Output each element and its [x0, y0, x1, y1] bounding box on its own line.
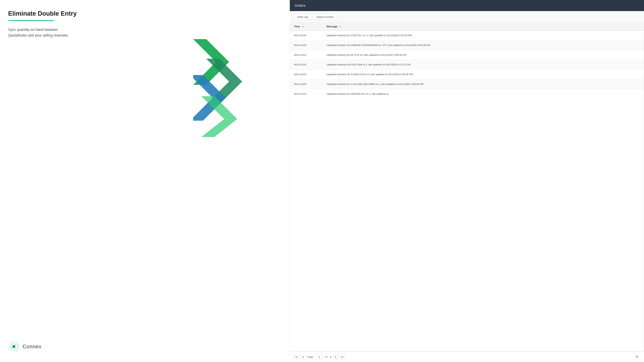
right-panel: Orders Clear Log Export to Excel Time ▼: [290, 0, 644, 362]
time-filter-icon[interactable]: ▼: [302, 25, 304, 28]
svg-point-6: [16, 350, 17, 351]
clear-log-button[interactable]: Clear Log: [294, 14, 311, 20]
svg-point-14: [15, 344, 16, 345]
table-header-row: Time ▼ Message ▼: [290, 23, 644, 30]
log-table: Time ▼ Message ▼ 09/11/2020Updated inven…: [290, 23, 644, 98]
svg-point-16: [15, 348, 16, 349]
svg-point-7: [14, 351, 14, 352]
connex-logo-icon: [8, 341, 20, 352]
svg-point-12: [11, 342, 12, 343]
total-pages: 6: [330, 356, 331, 358]
prev-page-button[interactable]: ◄: [300, 354, 306, 360]
table-row: 09/11/2020Updated inventory for F61F1364…: [290, 60, 644, 70]
svg-point-15: [16, 346, 17, 347]
orders-header: Orders: [290, 0, 644, 11]
message-filter-icon[interactable]: ▼: [339, 25, 341, 28]
first-page-button[interactable]: ⏮: [294, 354, 299, 360]
pagination: ⏮ ◄ Page of 6 ► ⏭ ↻: [290, 352, 644, 362]
cell-time: 09/11/2020: [290, 79, 322, 89]
cell-message: Updated inventory for SWD/JM-3764/AER301…: [322, 40, 644, 50]
svg-point-8: [11, 350, 12, 351]
cell-message: Updated inventory for 2702278-1 to -2, l…: [322, 30, 644, 40]
svg-point-10: [9, 346, 10, 347]
table-body: 09/11/2020Updated inventory for 2702278-…: [290, 30, 644, 98]
orders-title: Orders: [295, 3, 306, 7]
col-header-time[interactable]: Time ▼: [290, 23, 322, 30]
table-row: 09/11/2020Updated inventory for C74A-4AK…: [290, 79, 644, 89]
toolbar: Clear Log Export to Excel: [290, 11, 644, 23]
col-header-message[interactable]: Message ▼: [322, 23, 644, 30]
sub-text: Sync quantity-on-hand between QuickBooks…: [8, 27, 70, 38]
table-row: 09/11/2020Updated inventory for 2702278-…: [290, 30, 644, 40]
cell-message: Updated inventory for C74A-4AK-QD3-RMG t…: [322, 79, 644, 89]
of-label: of: [325, 356, 328, 358]
page-label: Page: [308, 356, 313, 358]
svg-point-11: [10, 344, 10, 345]
cell-message: Updated inventory for 4631062-247 to 2, …: [322, 89, 644, 98]
svg-point-13: [14, 343, 14, 344]
table-row: 09/11/2020Updated inventory for M-75 to …: [290, 50, 644, 60]
cell-time: 09/11/2020: [290, 89, 322, 98]
cell-message: Updated inventory for M-75 to 32, last u…: [322, 50, 644, 60]
svg-point-4: [18, 346, 19, 347]
table-row: 09/11/2020Updated inventory for F116GVX7…: [290, 70, 644, 79]
page-number-input[interactable]: [315, 354, 324, 360]
heading-underline: [8, 20, 54, 21]
main-heading: Eliminate Double Entry: [8, 10, 282, 17]
table-row: 09/11/2020Updated inventory for SWD/JM-3…: [290, 40, 644, 50]
svg-point-19: [10, 346, 12, 347]
svg-point-2: [16, 342, 17, 343]
cell-time: 09/11/2020: [290, 40, 322, 50]
log-table-container: Time ▼ Message ▼ 09/11/2020Updated inven…: [290, 23, 644, 352]
svg-point-17: [14, 349, 14, 350]
svg-point-18: [12, 348, 12, 349]
cell-time: 09/11/2020: [290, 60, 322, 70]
refresh-button[interactable]: ↻: [634, 354, 640, 360]
svg-point-20: [12, 344, 12, 345]
svg-point-3: [17, 344, 18, 345]
last-page-button[interactable]: ⏭: [340, 354, 345, 360]
cell-message: Updated inventory for F61F1364 to 2, las…: [322, 60, 644, 70]
logo-area: Connex: [8, 341, 42, 352]
table-scroll-area[interactable]: Time ▼ Message ▼ 09/11/2020Updated inven…: [290, 23, 644, 98]
cell-message: Updated inventory for F116GVX7A to 0, la…: [322, 70, 644, 79]
table-row: 09/11/2020Updated inventory for 4631062-…: [290, 89, 644, 98]
svg-point-1: [14, 342, 14, 343]
left-panel: Eliminate Double Entry Sync quantity-on-…: [0, 0, 290, 362]
logo-text: Connex: [22, 344, 42, 350]
svg-point-5: [17, 348, 18, 349]
cell-time: 09/11/2020: [290, 50, 322, 60]
cell-time: 09/11/2020: [290, 30, 322, 40]
export-excel-button[interactable]: Export to Excel: [313, 14, 337, 20]
next-page-button[interactable]: ►: [333, 354, 338, 360]
cell-time: 09/11/2020: [290, 70, 322, 79]
svg-point-9: [10, 348, 10, 349]
